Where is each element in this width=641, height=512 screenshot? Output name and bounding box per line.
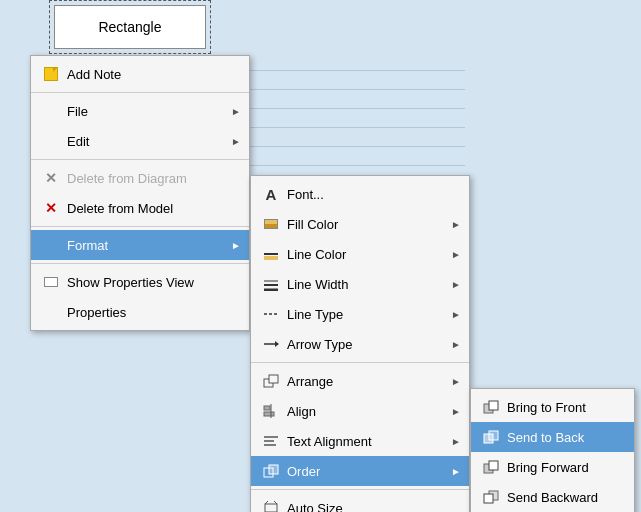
line-type-arrow: ► (451, 309, 461, 320)
menu-item-show-properties[interactable]: Show Properties View (31, 267, 249, 297)
menu-label-add-note: Add Note (67, 67, 121, 82)
text-alignment-icon (261, 431, 281, 451)
svg-rect-28 (489, 461, 498, 470)
submenu-item-line-color[interactable]: Line Color ► (251, 239, 469, 269)
menu-label-properties: Properties (67, 305, 126, 320)
submenu-label-arrange: Arrange (287, 374, 333, 389)
line-color-arrow: ► (451, 249, 461, 260)
submenu-item-line-width[interactable]: Line Width ► (251, 269, 469, 299)
send-to-back-icon (481, 427, 501, 447)
submenu-item-font[interactable]: A Font... (251, 179, 469, 209)
submenu-separator-2 (251, 489, 469, 490)
note-icon (41, 64, 61, 84)
arrange-icon (261, 371, 281, 391)
delete-diagram-icon: ✕ (41, 168, 61, 188)
submenu-label-align: Align (287, 404, 316, 419)
bring-to-front-icon (481, 397, 501, 417)
properties-icon (41, 302, 61, 322)
submenu-item-fill-color[interactable]: Fill Color ► (251, 209, 469, 239)
line-width-arrow: ► (451, 279, 461, 290)
submenu-separator-1 (251, 362, 469, 363)
bring-forward-icon (481, 457, 501, 477)
text-alignment-arrow: ► (451, 436, 461, 447)
menu-label-format: Format (67, 238, 108, 253)
submenu-label-line-width: Line Width (287, 277, 348, 292)
submenu-item-order[interactable]: Order ► (251, 456, 469, 486)
submenu-label-font: Font... (287, 187, 324, 202)
menu-label-show-properties: Show Properties View (67, 275, 194, 290)
svg-rect-9 (269, 375, 278, 383)
file-submenu-arrow: ► (231, 106, 241, 117)
submenu-label-line-color: Line Color (287, 247, 346, 262)
delete-model-icon: ✕ (41, 198, 61, 218)
submenu-label-line-type: Line Type (287, 307, 343, 322)
order-item-send-backward[interactable]: Send Backward (471, 482, 634, 512)
menu-label-file: File (67, 104, 88, 119)
line-type-icon (261, 304, 281, 324)
svg-rect-1 (264, 256, 278, 260)
menu-item-add-note[interactable]: Add Note (31, 59, 249, 89)
submenu-item-arrange[interactable]: Arrange ► (251, 366, 469, 396)
menu-item-format[interactable]: Format ► (31, 230, 249, 260)
svg-rect-30 (484, 494, 493, 503)
fill-color-arrow: ► (451, 219, 461, 230)
svg-rect-24 (489, 401, 498, 410)
order-icon (261, 461, 281, 481)
format-submenu-arrow: ► (231, 240, 241, 251)
svg-marker-7 (275, 341, 279, 347)
arrow-type-icon (261, 334, 281, 354)
line-width-icon (261, 274, 281, 294)
arrange-arrow: ► (451, 376, 461, 387)
order-label-send-backward: Send Backward (507, 490, 598, 505)
order-item-bring-to-front[interactable]: Bring to Front (471, 392, 634, 422)
separator-2 (31, 159, 249, 160)
edit-submenu-arrow: ► (231, 136, 241, 147)
align-icon (261, 401, 281, 421)
menu-item-delete-model[interactable]: ✕ Delete from Model (31, 193, 249, 223)
svg-rect-18 (265, 504, 277, 512)
fill-color-icon (261, 214, 281, 234)
line-color-icon (261, 244, 281, 264)
svg-rect-10 (264, 406, 270, 410)
format-submenu: A Font... Fill Color ► Line Color ► (250, 175, 470, 512)
align-arrow: ► (451, 406, 461, 417)
diagram-background: Rectangle Add Note File ► Edit ► ✕ (0, 0, 641, 512)
menu-item-delete-diagram[interactable]: ✕ Delete from Diagram (31, 163, 249, 193)
submenu-item-text-alignment[interactable]: Text Alignment ► (251, 426, 469, 456)
submenu-label-fill-color: Fill Color (287, 217, 338, 232)
rectangle-shape: Rectangle (54, 5, 206, 49)
edit-icon (41, 131, 61, 151)
separator-4 (31, 263, 249, 264)
menu-label-delete-diagram: Delete from Diagram (67, 171, 187, 186)
order-item-bring-forward[interactable]: Bring Forward (471, 452, 634, 482)
submenu-item-auto-size[interactable]: Auto Size (251, 493, 469, 512)
format-icon (41, 235, 61, 255)
order-label-send-to-back: Send to Back (507, 430, 584, 445)
auto-size-icon (261, 498, 281, 512)
order-arrow: ► (451, 466, 461, 477)
send-backward-icon (481, 487, 501, 507)
menu-label-delete-model: Delete from Model (67, 201, 173, 216)
order-item-send-to-back[interactable]: Send to Back (471, 422, 634, 452)
svg-rect-17 (269, 465, 278, 474)
file-icon (41, 101, 61, 121)
menu-item-file[interactable]: File ► (31, 96, 249, 126)
submenu-label-text-alignment: Text Alignment (287, 434, 372, 449)
show-properties-icon (41, 272, 61, 292)
separator-3 (31, 226, 249, 227)
submenu-label-auto-size: Auto Size (287, 501, 343, 513)
submenu-item-line-type[interactable]: Line Type ► (251, 299, 469, 329)
submenu-item-arrow-type[interactable]: Arrow Type ► (251, 329, 469, 359)
rectangle-label: Rectangle (98, 19, 161, 35)
menu-item-edit[interactable]: Edit ► (31, 126, 249, 156)
submenu-label-order: Order (287, 464, 320, 479)
order-submenu: Bring to Front Send to Back Bring Forwar… (470, 388, 635, 512)
menu-item-properties[interactable]: Properties (31, 297, 249, 327)
arrow-type-arrow: ► (451, 339, 461, 350)
submenu-label-arrow-type: Arrow Type (287, 337, 353, 352)
menu-label-edit: Edit (67, 134, 89, 149)
font-icon: A (261, 184, 281, 204)
submenu-item-align[interactable]: Align ► (251, 396, 469, 426)
svg-rect-11 (264, 412, 274, 416)
context-menu: Add Note File ► Edit ► ✕ Delete from Dia… (30, 55, 250, 331)
